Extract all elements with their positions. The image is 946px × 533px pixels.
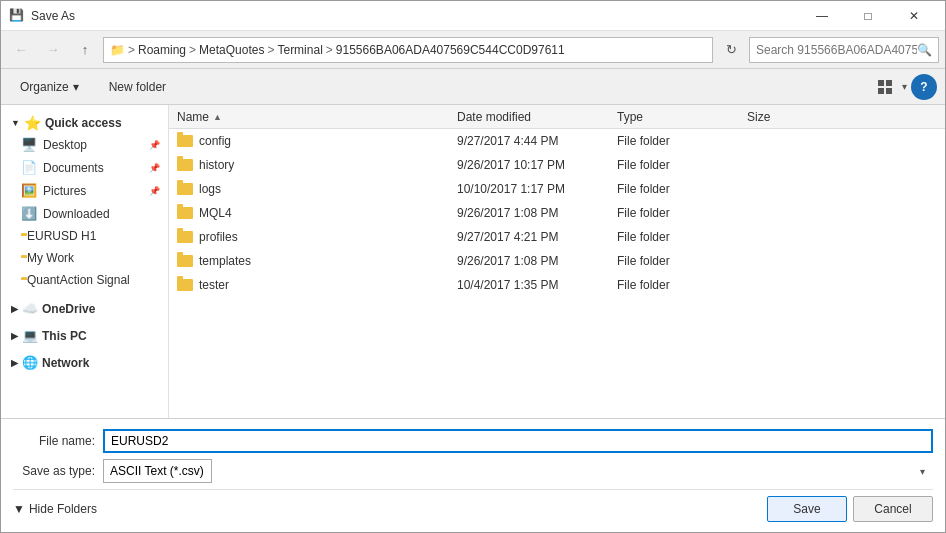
help-button[interactable]: ? [911,74,937,100]
sidebar-item-eurusd-h1[interactable]: EURUSD H1 [1,225,168,247]
file-name-cell: tester [177,278,457,292]
filename-label: File name: [13,434,103,448]
quick-access-icon: ⭐ [24,115,41,131]
filename-input[interactable] [103,429,933,453]
column-headers: Name ▲ Date modified Type Size [169,105,945,129]
folder-icon [177,135,193,147]
sort-icon: ▲ [213,112,222,122]
close-button[interactable]: ✕ [891,1,937,31]
file-name-cell: logs [177,182,457,196]
forward-button[interactable]: → [39,37,67,63]
folder-icon [177,183,193,195]
this-pc-header[interactable]: ▶ 💻 This PC [1,322,168,345]
col-size-header[interactable]: Size [747,110,827,124]
toolbar: Organize ▾ New folder ▾ ? [1,69,945,105]
organize-button[interactable]: Organize ▾ [9,74,90,100]
breadcrumb-bar[interactable]: 📁 > Roaming > MetaQuotes > Terminal > 91… [103,37,713,63]
svg-rect-3 [886,88,892,94]
up-button[interactable]: ↑ [71,37,99,63]
table-row[interactable]: profiles 9/27/2017 4:21 PM File folder [169,225,945,249]
svg-rect-0 [878,80,884,86]
documents-icon: 📄 [21,160,37,175]
svg-rect-2 [878,88,884,94]
table-row[interactable]: tester 10/4/2017 1:35 PM File folder [169,273,945,297]
refresh-button[interactable]: ↻ [717,37,745,63]
filename-row: File name: [13,429,933,453]
filetype-row: Save as type: ASCII Text (*.csv) [13,459,933,483]
network-header[interactable]: ▶ 🌐 Network [1,349,168,372]
pictures-icon: 🖼️ [21,183,37,198]
new-folder-button[interactable]: New folder [98,74,177,100]
breadcrumb-item: 📁 [110,43,125,57]
pin-icon: 📌 [149,140,160,150]
table-row[interactable]: config 9/27/2017 4:44 PM File folder [169,129,945,153]
file-name-cell: MQL4 [177,206,457,220]
onedrive-icon: ☁️ [22,301,38,316]
chevron-right-icon: ▶ [11,304,18,314]
main-panel: Name ▲ Date modified Type Size config 9/… [169,105,945,418]
sidebar-item-pictures[interactable]: 🖼️ Pictures 📌 [1,179,168,202]
filetype-select[interactable]: ASCII Text (*.csv) [103,459,212,483]
save-as-dialog: 💾 Save As — □ ✕ ← → ↑ 📁 > Roaming > Meta… [0,0,946,533]
table-row[interactable]: MQL4 9/26/2017 1:08 PM File folder [169,201,945,225]
network-icon: 🌐 [22,355,38,370]
table-row[interactable]: logs 10/10/2017 1:17 PM File folder [169,177,945,201]
sidebar-item-desktop[interactable]: 🖥️ Desktop 📌 [1,133,168,156]
chevron-right-icon: ▶ [11,331,18,341]
sidebar-section-network: ▶ 🌐 Network [1,349,168,372]
folder-icon [177,255,193,267]
col-name-header[interactable]: Name ▲ [177,110,457,124]
sidebar-item-documents[interactable]: 📄 Documents 📌 [1,156,168,179]
hide-folders-button[interactable]: ▼ Hide Folders [13,502,97,516]
breadcrumb-id: 915566BA06ADA407569C544CC0D97611 [336,43,565,57]
file-name-cell: config [177,134,457,148]
view-chevron: ▾ [902,81,907,92]
sidebar-item-my-work[interactable]: My Work [1,247,168,269]
this-pc-icon: 💻 [22,328,38,343]
quick-access-header[interactable]: ▼ ⭐ Quick access [1,109,168,133]
window-controls: — □ ✕ [799,1,937,31]
folder-icon [177,207,193,219]
content-area: ▼ ⭐ Quick access 🖥️ Desktop 📌 📄 Document… [1,105,945,418]
pin-icon: 📌 [149,163,160,173]
cancel-button[interactable]: Cancel [853,496,933,522]
chevron-right-icon: ▶ [11,358,18,368]
col-date-header[interactable]: Date modified [457,110,617,124]
file-name-cell: history [177,158,457,172]
file-name-cell: profiles [177,230,457,244]
search-icon: 🔍 [917,43,932,57]
file-list: config 9/27/2017 4:44 PM File folder his… [169,129,945,418]
chevron-down-icon: ▼ [11,118,20,128]
chevron-down-icon: ▼ [13,502,25,516]
onedrive-header[interactable]: ▶ ☁️ OneDrive [1,295,168,318]
window-title: Save As [31,9,799,23]
folder-icon [177,231,193,243]
filetype-select-wrapper: ASCII Text (*.csv) [103,459,933,483]
sidebar: ▼ ⭐ Quick access 🖥️ Desktop 📌 📄 Document… [1,105,169,418]
action-bar: ▼ Hide Folders Save Cancel [13,489,933,522]
sidebar-item-quantaction[interactable]: QuantAction Signal [1,269,168,291]
window-icon: 💾 [9,8,25,24]
save-button[interactable]: Save [767,496,847,522]
col-type-header[interactable]: Type [617,110,747,124]
desktop-icon: 🖥️ [21,137,37,152]
back-button[interactable]: ← [7,37,35,63]
bottom-area: File name: Save as type: ASCII Text (*.c… [1,418,945,532]
folder-icon [177,279,193,291]
maximize-button[interactable]: □ [845,1,891,31]
sidebar-section-quick-access: ▼ ⭐ Quick access 🖥️ Desktop 📌 📄 Document… [1,109,168,291]
table-row[interactable]: history 9/26/2017 10:17 PM File folder [169,153,945,177]
table-row[interactable]: templates 9/26/2017 1:08 PM File folder [169,249,945,273]
file-name-cell: templates [177,254,457,268]
pin-icon: 📌 [149,186,160,196]
search-box[interactable]: 🔍 [749,37,939,63]
sidebar-item-downloaded[interactable]: ⬇️ Downloaded [1,202,168,225]
breadcrumb-roaming: Roaming [138,43,186,57]
search-input[interactable] [756,43,917,57]
download-icon: ⬇️ [21,206,37,221]
sidebar-section-this-pc: ▶ 💻 This PC [1,322,168,345]
view-options-button[interactable] [872,74,898,100]
folder-icon [177,159,193,171]
titlebar: 💾 Save As — □ ✕ [1,1,945,31]
minimize-button[interactable]: — [799,1,845,31]
